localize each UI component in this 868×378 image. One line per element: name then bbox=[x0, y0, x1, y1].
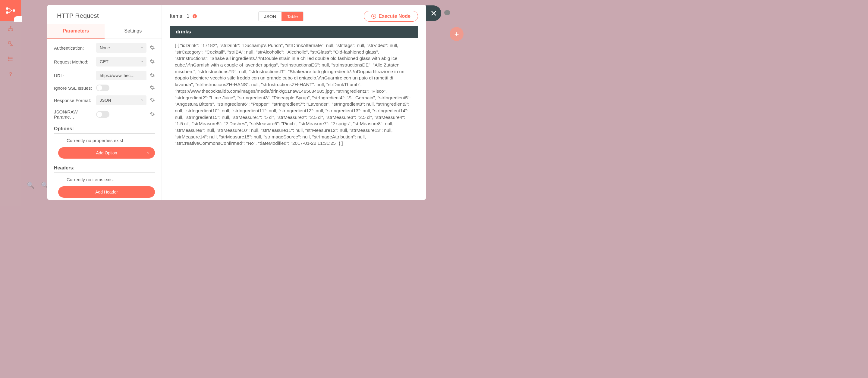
workflow-active-toggle[interactable] bbox=[444, 10, 450, 15]
url-input[interactable]: https://www.thec… bbox=[96, 71, 147, 80]
info-icon[interactable]: i bbox=[193, 14, 197, 19]
workflows-icon[interactable] bbox=[0, 21, 21, 36]
auth-label: Authentication: bbox=[54, 45, 96, 50]
credentials-icon[interactable] bbox=[0, 36, 21, 51]
tab-parameters[interactable]: Parameters bbox=[47, 24, 104, 38]
executions-icon[interactable] bbox=[0, 51, 21, 66]
divider bbox=[54, 133, 155, 134]
tab-settings[interactable]: Settings bbox=[104, 24, 162, 38]
table-column-header: drinks bbox=[170, 26, 418, 38]
format-label: Response Format: bbox=[54, 98, 96, 103]
close-button[interactable] bbox=[426, 5, 441, 21]
items-count: Items: 1 i bbox=[170, 13, 197, 19]
divider bbox=[54, 172, 155, 173]
headers-empty: Currently no items exist bbox=[58, 177, 155, 182]
ssl-toggle[interactable] bbox=[96, 84, 110, 91]
node-modal: HTTP Request Parameters Settings Authent… bbox=[47, 5, 426, 200]
svg-rect-4 bbox=[8, 30, 10, 31]
view-json-button[interactable]: JSON bbox=[258, 12, 281, 21]
brand-logo[interactable] bbox=[0, 0, 21, 21]
gear-icon[interactable] bbox=[150, 72, 155, 79]
gear-icon[interactable] bbox=[150, 111, 155, 118]
left-rail: ? bbox=[0, 0, 21, 206]
options-section-title: Options: bbox=[54, 126, 155, 132]
add-node-button[interactable]: + bbox=[450, 27, 464, 41]
svg-text:?: ? bbox=[9, 71, 12, 77]
table-cell: [ { "idDrink": "17182", "strDrink": "Duc… bbox=[170, 38, 418, 151]
ssl-label: Ignore SSL Issues: bbox=[54, 85, 96, 91]
zoom-controls: 🔍 🔍 bbox=[27, 181, 49, 189]
svg-point-0 bbox=[6, 7, 8, 10]
add-header-button[interactable]: Add Header bbox=[58, 186, 155, 198]
gear-icon[interactable] bbox=[150, 59, 155, 65]
results-panel: Items: 1 i JSON Table Execute Node drink… bbox=[162, 5, 426, 200]
parameters-panel: HTTP Request Parameters Settings Authent… bbox=[47, 5, 162, 200]
svg-rect-3 bbox=[10, 26, 11, 27]
headers-section-title: Headers: bbox=[54, 165, 155, 171]
modal-title: HTTP Request bbox=[47, 5, 161, 24]
execute-node-button[interactable]: Execute Node bbox=[364, 11, 418, 22]
view-table-button[interactable]: Table bbox=[281, 12, 303, 21]
svg-point-12 bbox=[8, 60, 9, 61]
auth-select[interactable]: None bbox=[96, 43, 147, 53]
svg-point-11 bbox=[8, 58, 9, 59]
gear-icon[interactable] bbox=[150, 45, 155, 51]
method-label: Request Method: bbox=[54, 59, 96, 64]
zoom-in-icon[interactable]: 🔍 bbox=[27, 181, 35, 189]
view-toggle: JSON Table bbox=[258, 11, 304, 21]
options-empty: Currently no properties exist bbox=[58, 138, 155, 143]
url-label: URL: bbox=[54, 73, 96, 78]
svg-point-2 bbox=[13, 9, 15, 12]
format-select[interactable]: JSON bbox=[96, 95, 147, 105]
svg-point-1 bbox=[6, 11, 8, 14]
method-select[interactable]: GET bbox=[96, 57, 147, 67]
svg-point-10 bbox=[8, 57, 9, 58]
help-icon[interactable]: ? bbox=[0, 66, 21, 81]
add-option-button[interactable]: Add Option bbox=[58, 147, 155, 159]
raw-toggle[interactable] bbox=[96, 111, 110, 118]
raw-label: JSON/RAW Parame… bbox=[54, 109, 96, 119]
svg-rect-5 bbox=[11, 30, 13, 31]
gear-icon[interactable] bbox=[150, 85, 155, 91]
gear-icon[interactable] bbox=[150, 97, 155, 104]
modal-tabs: Parameters Settings bbox=[47, 24, 161, 39]
